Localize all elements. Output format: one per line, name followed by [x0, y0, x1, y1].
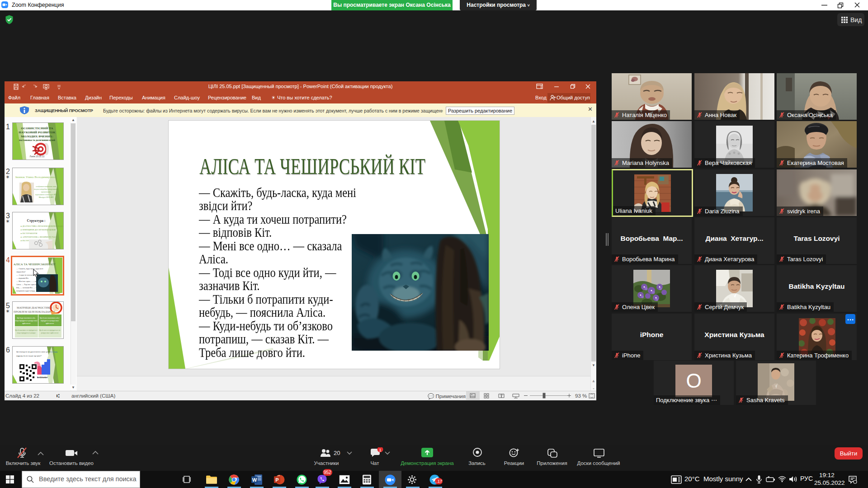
svg-text:звідси йти?: звідси йти?: [16, 271, 25, 273]
svg-text:ПРОБЛЕМ ЦІЛЕПОКЛАДАННЯ: ПРОБЛЕМ ЦІЛЕПОКЛАДАННЯ: [14, 310, 56, 313]
svg-text:відразу після нашої зустрічі?: відразу після нашої зустрічі?: [16, 355, 42, 357]
svg-text:потрапити куди-небудь, —: потрапити куди-небудь, —: [16, 290, 38, 292]
svg-text:постановка та досягнення цілей: постановка та досягнення цілей: [19, 139, 56, 141]
svg-text:здійснення: здійснення: [22, 323, 30, 324]
svg-text:МОЛОДИХ ВЧЕНИХ:: МОЛОДИХ ВЧЕНИХ:: [21, 135, 53, 138]
svg-text:Що buде важливого або,: Що buде важливого або,: [17, 317, 36, 319]
svg-text:НАУКОВИЙ РОЗВИТОК: НАУКОВИЙ РОЗВИТОК: [19, 131, 56, 134]
svg-text:1: 1: [379, 448, 381, 452]
svg-text:— відповів Кіт.: — відповів Кіт.: [16, 277, 29, 279]
svg-text:якщо відбудеться розрух моєї: якщо відбудеться розрух моєї: [15, 320, 38, 322]
svg-text:Львів 25.05.22: Львів 25.05.22: [29, 155, 44, 158]
svg-text:відбудеться розрух моєї: відбудеться розрух моєї: [41, 320, 59, 322]
svg-text:Mentimeter: Mentimeter: [36, 376, 48, 379]
svg-text:АЛІСА ТА ЧЕШИРСЬКИЙ КІТ: АЛІСА ТА ЧЕШИРСЬКИЙ КІТ: [14, 263, 56, 266]
svg-text:▸ ІНСТРУМЕНТИ: ▸ ІНСТРУМЕНТИ: [21, 232, 38, 235]
svg-text:Аліса. — Тоді все одно куди: Аліса. — Тоді все одно куди: [16, 283, 39, 286]
svg-text:— Скажіть, будь-ласка, куда ме: — Скажіть, будь-ласка, куда мені: [16, 267, 43, 270]
svg-text:Чи плануєте ви досягнення свої: Чи плануєте ви досягнення своїх цілей в …: [16, 351, 58, 353]
svg-text:Мандруй ОНЛАЙН: Мандруй ОНЛАЙН: [38, 196, 54, 198]
svg-text:якщо відбудеться розрух: якщо відбудеться розрух: [17, 332, 35, 334]
svg-text:Що й чого не відбудеться як: Що й чого не відбудеться як: [39, 329, 61, 331]
svg-text:20: 20: [334, 450, 340, 456]
svg-text:Що й важливо не відбудеться: Що й важливо не відбудеться: [15, 329, 37, 331]
svg-text:МАТРИЦЯ ДІАГНОСТИКИ: МАТРИЦЯ ДІАГНОСТИКИ: [17, 306, 52, 309]
svg-text:Що й чого важливого або і: Що й чого важливого або і: [40, 317, 60, 319]
svg-text:ОСОБИСТІСНИЙ ТА: ОСОБИСТІСНИЙ ТА: [21, 127, 53, 130]
svg-text:W: W: [252, 477, 257, 483]
svg-text:Структура :: Структура :: [27, 219, 46, 223]
svg-text:особฺливим визнанням саме: особฺливим визнанням саме: [36, 185, 57, 188]
svg-text:▸ АРХІТЕКТОНІКА ЛЮБИМОГО ЧАСУ: ▸ АРХІТЕКТОНІКА ЛЮБИМОГО ЧАСУ: [21, 236, 58, 238]
svg-text:здійснення: здійснення: [46, 323, 54, 324]
svg-text:P: P: [275, 477, 278, 483]
svg-text:▸ ДІАГНОСТИКА ПРОБЛЕМ ЦІЛЕПОКЛ: ▸ ДІАГНОСТИКА ПРОБЛЕМ ЦІЛЕПОКЛАДАННЯ: [21, 225, 63, 227]
svg-text:досуги подорібка саморозвитку: досуги подорібка саморозвитку: [34, 188, 58, 190]
svg-text:Іванюк Уляна Володимирівна: Іванюк Уляна Володимирівна: [15, 175, 56, 179]
svg-text:коригування новий курс 4РК: коригування новий курс 4РК: [35, 193, 57, 196]
svg-text:розрух моєї здійснення: розрух моєї здійснення: [41, 332, 59, 334]
svg-text:▸ ПРИНЦИПИ ДОСЯГНЕННЯ ЦІЛЕЙ: ▸ ПРИНЦИПИ ДОСЯГНЕННЯ ЦІЛЕЙ: [21, 229, 56, 231]
